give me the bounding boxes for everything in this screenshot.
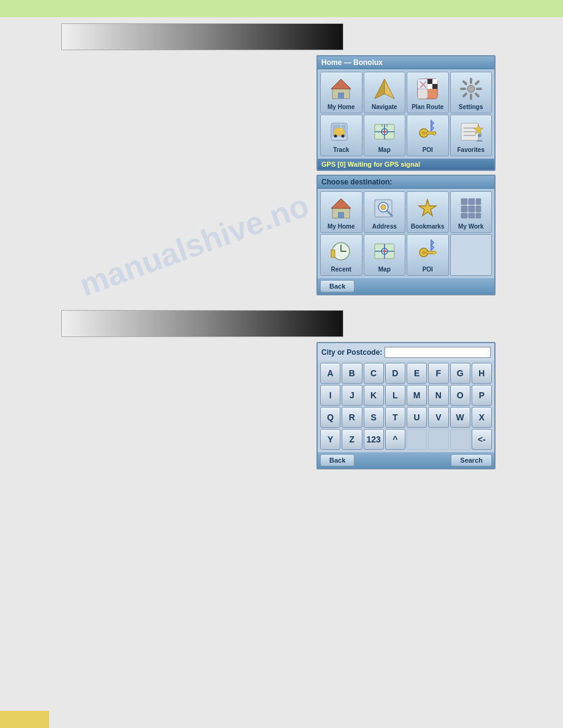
key-caret[interactable]: ^ bbox=[385, 429, 405, 450]
key-Z[interactable]: Z bbox=[342, 429, 362, 450]
key-empty3 bbox=[450, 429, 470, 450]
navigate-button[interactable]: Navigate bbox=[364, 72, 406, 113]
dest-map-button[interactable]: Map bbox=[364, 234, 406, 276]
my-home-label: My Home bbox=[327, 104, 354, 110]
nav-panel-title: Home — Bonolux bbox=[318, 56, 494, 69]
svg-line-23 bbox=[476, 82, 478, 84]
dest-map-icon bbox=[371, 238, 398, 265]
favorites-button[interactable]: Favorites bbox=[450, 115, 492, 156]
map-button[interactable]: Map bbox=[364, 115, 406, 156]
search-button[interactable]: Search bbox=[451, 454, 492, 466]
favorites-icon bbox=[458, 118, 484, 145]
key-N[interactable]: N bbox=[428, 385, 448, 406]
settings-button[interactable]: Settings bbox=[450, 72, 492, 113]
dest-my-home-icon bbox=[327, 195, 354, 222]
key-O[interactable]: O bbox=[450, 385, 470, 406]
nav-panel: Home — Bonolux My Home bbox=[316, 55, 496, 171]
keyboard-grid: A B C D E F G H I J K L M N O P Q R S bbox=[318, 360, 494, 452]
svg-point-76 bbox=[422, 251, 426, 254]
settings-icon bbox=[458, 75, 484, 102]
dest-my-work-icon bbox=[458, 195, 484, 222]
svg-point-29 bbox=[334, 134, 337, 137]
dest-bookmarks-button[interactable]: Bookmarks bbox=[407, 191, 449, 233]
key-E[interactable]: E bbox=[407, 363, 427, 384]
track-button[interactable]: Track bbox=[320, 115, 362, 156]
city-label: City or Postcode: bbox=[321, 348, 382, 357]
navigate-label: Navigate bbox=[372, 104, 397, 110]
svg-rect-42 bbox=[434, 132, 435, 135]
svg-rect-10 bbox=[418, 79, 427, 89]
gps-status: GPS [0] Waiting for GPS signal bbox=[318, 159, 494, 170]
svg-rect-51 bbox=[338, 212, 344, 218]
svg-rect-65 bbox=[476, 213, 481, 218]
dest-my-work-label: My Work bbox=[458, 223, 484, 230]
key-A[interactable]: A bbox=[320, 363, 340, 384]
key-Q[interactable]: Q bbox=[320, 407, 340, 428]
key-M[interactable]: M bbox=[407, 385, 427, 406]
key-F[interactable]: F bbox=[428, 363, 448, 384]
poi-label: POI bbox=[423, 146, 433, 153]
dest-address-label: Address bbox=[372, 223, 397, 230]
key-R[interactable]: R bbox=[342, 407, 362, 428]
key-K[interactable]: K bbox=[364, 385, 384, 406]
poi-button[interactable]: POI bbox=[407, 115, 449, 156]
svg-marker-4 bbox=[375, 79, 385, 99]
dest-recent-label: Recent bbox=[331, 266, 351, 273]
key-empty1 bbox=[407, 429, 427, 450]
key-123[interactable]: 123 bbox=[364, 429, 384, 450]
key-W[interactable]: W bbox=[450, 407, 470, 428]
svg-point-48 bbox=[478, 134, 481, 137]
key-backspace[interactable]: <- bbox=[472, 429, 492, 450]
svg-rect-59 bbox=[476, 199, 481, 205]
dest-map-label: Map bbox=[378, 266, 391, 273]
dest-my-home-button[interactable]: My Home bbox=[320, 191, 362, 233]
key-G[interactable]: G bbox=[450, 363, 470, 384]
keyboard-panel: City or Postcode: A B C D E F G H I J K … bbox=[316, 342, 496, 469]
key-V[interactable]: V bbox=[428, 407, 448, 428]
key-L[interactable]: L bbox=[385, 385, 405, 406]
svg-point-30 bbox=[342, 134, 345, 137]
svg-point-54 bbox=[381, 205, 386, 210]
key-T[interactable]: T bbox=[385, 407, 405, 428]
svg-point-16 bbox=[467, 85, 475, 93]
top-bar bbox=[0, 0, 563, 17]
dest-my-work-button[interactable]: My Work bbox=[450, 191, 492, 233]
dest-poi-button[interactable]: POI bbox=[407, 234, 449, 276]
dest-panel-title: Choose destination: bbox=[318, 176, 494, 189]
city-input[interactable] bbox=[385, 347, 491, 358]
plan-route-button[interactable]: Plan Route bbox=[407, 72, 449, 113]
svg-point-40 bbox=[422, 131, 426, 135]
svg-marker-1 bbox=[331, 79, 351, 89]
key-D[interactable]: D bbox=[385, 363, 405, 384]
plan-route-label: Plan Route bbox=[412, 104, 443, 110]
key-X[interactable]: X bbox=[472, 407, 492, 428]
dest-back-bar: Back bbox=[318, 278, 494, 294]
svg-rect-12 bbox=[432, 79, 437, 84]
dest-grid: My Home Addre bbox=[318, 189, 494, 278]
favorites-label: Favorites bbox=[458, 146, 484, 153]
svg-rect-9 bbox=[418, 89, 427, 99]
dest-back-button[interactable]: Back bbox=[320, 280, 354, 292]
dest-recent-button[interactable]: Recent bbox=[320, 234, 362, 276]
key-C[interactable]: C bbox=[364, 363, 384, 384]
poi-icon bbox=[414, 118, 441, 145]
dest-address-button[interactable]: Address bbox=[364, 191, 406, 233]
svg-rect-28 bbox=[335, 128, 343, 132]
key-S[interactable]: S bbox=[364, 407, 384, 428]
my-home-button[interactable]: My Home bbox=[320, 72, 362, 113]
bottom-bar bbox=[0, 711, 49, 728]
key-B[interactable]: B bbox=[342, 363, 362, 384]
key-P[interactable]: P bbox=[472, 385, 492, 406]
svg-rect-61 bbox=[469, 206, 475, 212]
keyboard-back-button[interactable]: Back bbox=[320, 454, 354, 466]
key-U[interactable]: U bbox=[407, 407, 427, 428]
svg-rect-13 bbox=[427, 84, 432, 89]
key-H[interactable]: H bbox=[472, 363, 492, 384]
svg-rect-78 bbox=[434, 251, 435, 255]
key-Y[interactable]: Y bbox=[320, 429, 340, 450]
key-J[interactable]: J bbox=[342, 385, 362, 406]
my-home-icon bbox=[327, 75, 354, 102]
svg-point-74 bbox=[383, 250, 386, 252]
key-I[interactable]: I bbox=[320, 385, 340, 406]
dest-bookmarks-icon bbox=[414, 195, 441, 222]
